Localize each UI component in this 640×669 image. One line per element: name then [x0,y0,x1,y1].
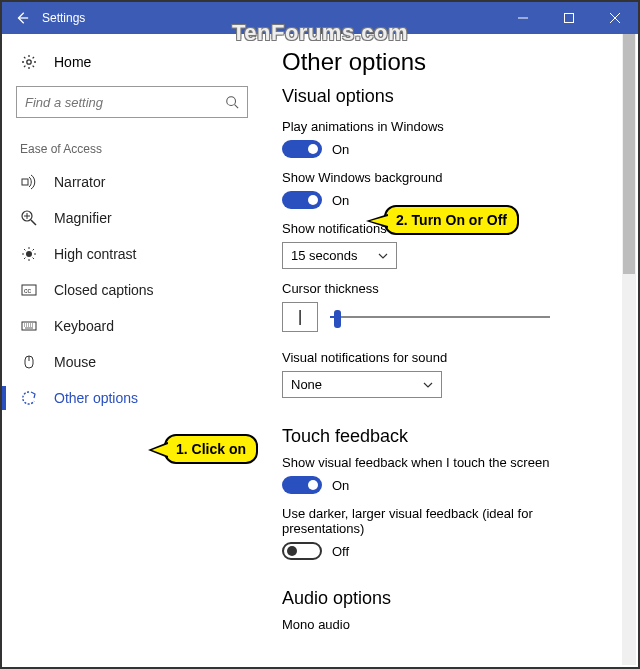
darker-feedback-state: Off [332,544,349,559]
audio-options-heading: Audio options [282,588,618,609]
play-animations-toggle[interactable] [282,140,322,158]
mouse-icon [20,354,38,370]
show-background-label: Show Windows background [282,170,618,185]
close-button[interactable] [592,2,638,34]
scrollbar-thumb[interactable] [623,34,635,274]
sidebar-item-label: Closed captions [54,282,154,298]
narrator-icon [20,174,38,190]
show-background-state: On [332,193,349,208]
sidebar-item-label: Mouse [54,354,96,370]
touch-feedback-heading: Touch feedback [282,426,618,447]
window-controls [500,2,638,34]
sidebar-item-mouse[interactable]: Mouse [12,344,252,380]
touch-feedback-label: Show visual feedback when I touch the sc… [282,455,618,470]
cursor-preview: | [282,302,318,332]
darker-feedback-toggle[interactable] [282,542,322,560]
chevron-down-icon [378,251,388,261]
play-animations-label: Play animations in Windows [282,119,618,134]
search-input[interactable] [25,95,205,110]
callout-1-text: 1. Click on [176,441,246,457]
chevron-down-icon [423,380,433,390]
notifications-value: 15 seconds [291,248,358,263]
home-label: Home [54,54,91,70]
annotation-callout-2: 2. Turn On or Off [384,205,519,235]
svg-rect-0 [565,14,574,23]
back-arrow-icon [15,11,29,25]
other-options-icon [20,390,38,406]
body: Home Ease of Access Narrator Magnifier H… [2,34,638,667]
visual-notifications-label: Visual notifications for sound [282,350,618,365]
main-pane: Other options Visual options Play animat… [262,34,638,667]
titlebar: Settings [2,2,638,34]
page-title: Other options [282,48,618,76]
show-background-toggle[interactable] [282,191,322,209]
visual-notifications-value: None [291,377,322,392]
settings-window: Settings TenForums.com Home Ease of Acce… [0,0,640,669]
svg-point-2 [227,97,236,106]
touch-feedback-toggle[interactable] [282,476,322,494]
play-animations-state: On [332,142,349,157]
visual-options-heading: Visual options [282,86,618,107]
notifications-dropdown[interactable]: 15 seconds [282,242,397,269]
sidebar-item-label: Keyboard [54,318,114,334]
callout-2-text: 2. Turn On or Off [396,212,507,228]
gear-icon [20,54,38,70]
search-box[interactable] [16,86,248,118]
maximize-icon [564,13,574,23]
sidebar-item-label: Magnifier [54,210,112,226]
contrast-icon [20,246,38,262]
sidebar-item-magnifier[interactable]: Magnifier [12,200,252,236]
svg-point-5 [26,251,32,257]
cursor-thickness-label: Cursor thickness [282,281,618,296]
darker-feedback-label: Use darker, larger visual feedback (idea… [282,506,618,536]
visual-notifications-dropdown[interactable]: None [282,371,442,398]
svg-point-1 [27,60,31,64]
sidebar-item-closed-captions[interactable]: cc Closed captions [12,272,252,308]
touch-feedback-state: On [332,478,349,493]
minimize-button[interactable] [500,2,546,34]
svg-rect-3 [22,179,28,185]
window-title: Settings [42,11,85,25]
section-header: Ease of Access [20,142,248,156]
mono-audio-label: Mono audio [282,617,618,632]
captions-icon: cc [20,282,38,298]
close-icon [610,13,620,23]
sidebar-item-other-options[interactable]: Other options [12,380,252,416]
minimize-icon [518,13,528,23]
sidebar: Home Ease of Access Narrator Magnifier H… [2,34,262,667]
cursor-thickness-slider[interactable] [330,307,550,327]
sidebar-item-label: Other options [54,390,138,406]
sidebar-item-narrator[interactable]: Narrator [12,164,252,200]
sidebar-item-label: Narrator [54,174,105,190]
magnifier-icon [20,210,38,226]
annotation-callout-1: 1. Click on [164,434,258,464]
sidebar-item-label: High contrast [54,246,136,262]
maximize-button[interactable] [546,2,592,34]
keyboard-icon [20,318,38,334]
sidebar-item-high-contrast[interactable]: High contrast [12,236,252,272]
sidebar-item-keyboard[interactable]: Keyboard [12,308,252,344]
back-button[interactable] [2,2,42,34]
home-link[interactable]: Home [12,48,252,76]
search-icon [225,95,239,109]
vertical-scrollbar[interactable] [622,34,636,665]
svg-text:cc: cc [24,287,32,294]
